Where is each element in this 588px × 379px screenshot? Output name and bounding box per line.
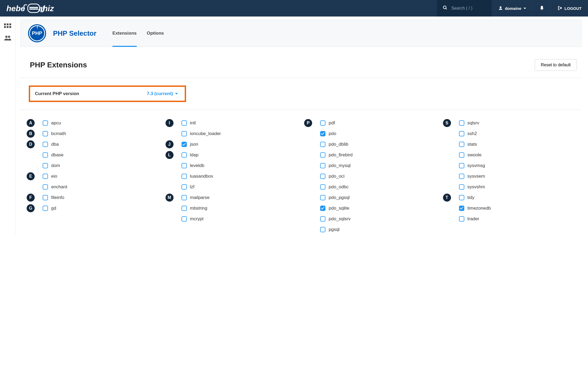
extension-checkbox[interactable] bbox=[182, 142, 187, 147]
php-version-selector: Current PHP version 7.3 (current) bbox=[29, 85, 186, 102]
chevron-down-icon bbox=[523, 8, 526, 9]
letter-badge: A bbox=[27, 119, 35, 127]
extension-label: trader bbox=[468, 216, 479, 222]
extension-label: swoole bbox=[468, 152, 482, 158]
tab-extensions[interactable]: Extensions bbox=[112, 20, 137, 47]
extension-checkbox[interactable] bbox=[43, 163, 48, 168]
reset-button[interactable]: Reset to default bbox=[535, 59, 577, 71]
extension-checkbox[interactable] bbox=[182, 206, 187, 211]
extension-checkbox[interactable] bbox=[459, 174, 464, 179]
extension-checkbox[interactable] bbox=[459, 131, 464, 136]
letter-badge: P bbox=[304, 119, 312, 127]
extension-checkbox[interactable] bbox=[459, 216, 464, 222]
extension-row: pdo_firebird bbox=[304, 150, 443, 160]
extension-checkbox[interactable] bbox=[320, 131, 325, 136]
extension-label: ssh2 bbox=[468, 131, 477, 136]
extension-label: gd bbox=[51, 206, 56, 211]
extension-label: pdo_oci bbox=[329, 174, 345, 179]
svg-rect-12 bbox=[9, 23, 11, 25]
extension-row: luasandbox bbox=[166, 171, 304, 182]
version-label: Current PHP version bbox=[35, 91, 79, 96]
extension-checkbox[interactable] bbox=[320, 163, 325, 168]
extension-label: pgsql bbox=[329, 227, 340, 232]
extension-row: trader bbox=[443, 214, 582, 224]
extension-checkbox[interactable] bbox=[320, 120, 325, 126]
extension-checkbox[interactable] bbox=[43, 142, 48, 147]
extension-checkbox[interactable] bbox=[320, 227, 325, 232]
user-icon bbox=[498, 6, 503, 11]
extension-checkbox[interactable] bbox=[459, 184, 464, 190]
extension-checkbox[interactable] bbox=[182, 131, 187, 136]
brand-logo[interactable]: hebe ahiz bbox=[0, 3, 77, 13]
notifications-button[interactable] bbox=[533, 0, 551, 17]
extension-checkbox[interactable] bbox=[320, 152, 325, 158]
header-search[interactable] bbox=[437, 0, 492, 17]
extension-row: swoole bbox=[443, 150, 582, 160]
extension-label: enchant bbox=[51, 184, 67, 190]
extension-label: mbstring bbox=[190, 206, 207, 211]
svg-rect-3 bbox=[29, 7, 38, 8]
extension-label: leveldb bbox=[190, 163, 204, 168]
page-title: PHP Selector bbox=[53, 29, 96, 38]
extension-row: sysvsem bbox=[443, 171, 582, 182]
extension-row: apcu bbox=[27, 118, 166, 128]
sidebar-apps[interactable] bbox=[0, 21, 15, 32]
extension-checkbox[interactable] bbox=[459, 120, 464, 126]
extension-row: dbase bbox=[27, 150, 166, 160]
tab-options[interactable]: Options bbox=[147, 20, 164, 47]
svg-point-7 bbox=[500, 6, 502, 8]
extension-checkbox[interactable] bbox=[182, 216, 187, 222]
extension-row: ioncube_loader bbox=[166, 128, 304, 139]
extension-checkbox[interactable] bbox=[43, 152, 48, 158]
extension-row: pdo_pgsql bbox=[304, 192, 443, 203]
extension-checkbox[interactable] bbox=[320, 174, 325, 179]
extension-checkbox[interactable] bbox=[459, 142, 464, 147]
extension-checkbox[interactable] bbox=[43, 120, 48, 126]
extension-checkbox[interactable] bbox=[43, 174, 48, 179]
extension-checkbox[interactable] bbox=[320, 184, 325, 190]
extension-checkbox[interactable] bbox=[182, 174, 187, 179]
extension-checkbox[interactable] bbox=[320, 142, 325, 147]
svg-point-8 bbox=[541, 9, 542, 10]
tab-bar: Extensions Options bbox=[112, 20, 164, 47]
letter-badge: S bbox=[443, 119, 451, 127]
svg-rect-13 bbox=[4, 26, 6, 28]
extension-checkbox[interactable] bbox=[182, 184, 187, 190]
extension-checkbox[interactable] bbox=[320, 216, 325, 222]
extension-checkbox[interactable] bbox=[182, 152, 187, 158]
sidebar bbox=[0, 17, 15, 235]
extension-label: pdo_pgsql bbox=[329, 195, 349, 200]
extension-label: ldap bbox=[190, 152, 199, 158]
extension-checkbox[interactable] bbox=[320, 206, 325, 211]
extension-label: mailparse bbox=[190, 195, 210, 200]
logout-label: LOGOUT bbox=[565, 6, 582, 11]
version-dropdown[interactable]: 7.3 (current) bbox=[147, 91, 178, 96]
letter-badge: F bbox=[27, 194, 35, 202]
extension-row: ldap bbox=[166, 150, 304, 160]
extension-row: mcrypt bbox=[166, 214, 304, 224]
extension-label: pdo_firebird bbox=[329, 152, 353, 158]
extension-label: timezonedb bbox=[468, 206, 491, 211]
extension-checkbox[interactable] bbox=[43, 184, 48, 190]
extension-checkbox[interactable] bbox=[459, 163, 464, 168]
extension-label: pdo_odbc bbox=[329, 184, 349, 190]
extension-checkbox[interactable] bbox=[182, 163, 187, 168]
extension-row: pdo_mysql bbox=[304, 160, 443, 171]
extension-checkbox[interactable] bbox=[43, 206, 48, 211]
extension-checkbox[interactable] bbox=[182, 120, 187, 126]
extension-checkbox[interactable] bbox=[320, 195, 325, 200]
sidebar-users[interactable] bbox=[0, 32, 15, 45]
extension-row: pdo bbox=[304, 128, 443, 139]
extension-checkbox[interactable] bbox=[43, 195, 48, 200]
extension-checkbox[interactable] bbox=[459, 206, 464, 211]
extension-label: stats bbox=[468, 142, 477, 147]
extension-label: apcu bbox=[51, 120, 61, 126]
extension-checkbox[interactable] bbox=[459, 152, 464, 158]
logout-button[interactable]: LOGOUT bbox=[551, 0, 588, 17]
extension-row: dba bbox=[27, 139, 166, 150]
extension-checkbox[interactable] bbox=[43, 131, 48, 136]
extension-checkbox[interactable] bbox=[459, 195, 464, 200]
user-menu[interactable]: domaine bbox=[492, 0, 533, 17]
extension-checkbox[interactable] bbox=[182, 195, 187, 200]
search-input[interactable] bbox=[451, 6, 486, 11]
